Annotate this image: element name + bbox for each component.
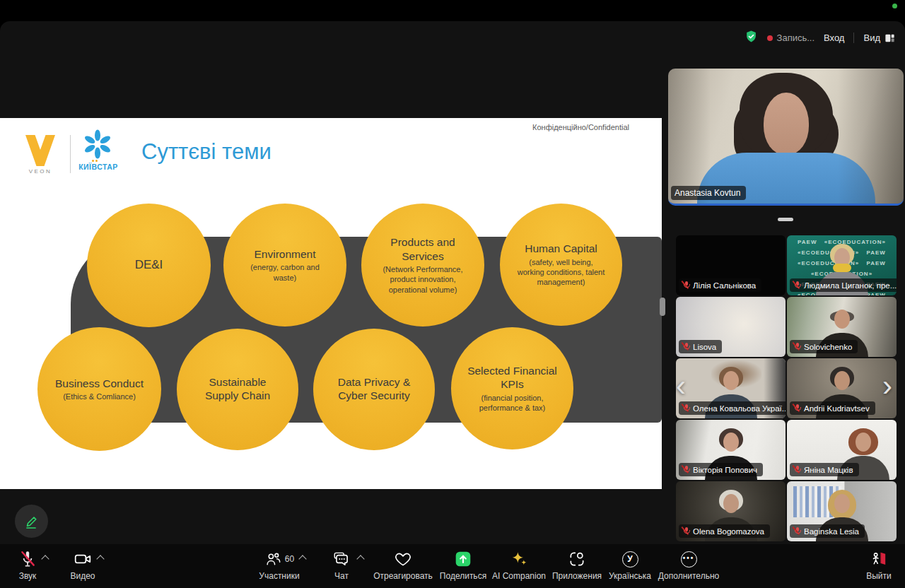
participant-tile[interactable]: Lisova (676, 297, 786, 357)
topic-subtitle (222, 402, 253, 404)
topic-subtitle: (financial position, performance & tax) (451, 392, 573, 413)
topic-title: Sustainable Supply Chain (177, 375, 298, 403)
silhouette (834, 310, 850, 329)
participant-name: Вікторія Попович (693, 466, 757, 474)
muted-mic-icon (793, 404, 801, 413)
topic-subtitle: (Network Performance, product innovation… (361, 263, 484, 295)
ai-companion-button[interactable]: AI Companion (491, 549, 547, 581)
muted-mic-icon (682, 465, 690, 474)
participant-nametag: Яніна Мацків (790, 463, 859, 476)
video-button[interactable]: Видео (62, 549, 103, 581)
interpretation-button[interactable]: У Українська (607, 549, 653, 581)
participants-label: Участники (253, 571, 305, 581)
silhouette (834, 371, 850, 390)
silhouette (764, 93, 809, 155)
participant-tile[interactable]: Olena Bogomazova (676, 481, 786, 541)
apps-button[interactable]: Приложения (550, 549, 604, 581)
participant-tile[interactable]: PAEW «ECOEDUCATION» «ECOEDUCATION» PAEW … (787, 235, 897, 295)
topbar-divider (853, 33, 854, 43)
participant-name: Яніна Мацків (804, 466, 853, 474)
topic-subtitle (358, 402, 390, 404)
silhouette (740, 73, 833, 159)
gallery-next-button[interactable]: › (882, 373, 892, 399)
participant-tile[interactable]: Олена Ковальова Украї... (676, 358, 786, 418)
react-label: Отреагировать (366, 571, 440, 581)
muted-mic-icon (682, 527, 690, 536)
muted-mic-icon (793, 342, 801, 351)
topic-subtitle: (safety, well being, working conditions,… (500, 256, 622, 288)
silhouette (723, 371, 739, 390)
participant-nametag: Andrii Kudriavtsev (790, 401, 875, 415)
participant-nametag: Вікторія Попович (679, 463, 763, 476)
participant-tile[interactable]: Solovichenko (787, 297, 897, 357)
pencil-icon (23, 513, 40, 530)
apps-label: Приложения (550, 571, 604, 581)
silhouette (723, 494, 739, 513)
participant-nametag: Олена Ковальова Украї... (679, 401, 786, 415)
muted-mic-icon (793, 527, 801, 536)
topic-title: Business Conduct (41, 377, 158, 390)
meeting-toolbar: Звук Видео 60 Участники Чат (0, 544, 905, 588)
shared-screen-slide: Конфіденційно/Confidential VEON КИЇВСТАР… (0, 118, 662, 489)
audio-button[interactable]: Звук (7, 549, 48, 581)
leave-label: Выйти (861, 571, 897, 581)
apps-icon (550, 549, 604, 569)
participants-icon (264, 551, 282, 568)
topic-title: Selected Financial KPIs (451, 364, 573, 392)
participant-tile[interactable]: Яніна Мацків (787, 420, 897, 480)
topic-title: Data Privacy & Cyber Security (313, 375, 435, 403)
participant-tile[interactable]: Baginska Lesia (787, 481, 897, 541)
topic-circle-data-privacy: Data Privacy & Cyber Security (313, 329, 435, 450)
react-button[interactable]: Отреагировать (366, 549, 440, 581)
silhouette (833, 264, 851, 272)
topic-title: Environment (240, 247, 329, 261)
kyivstar-logo-icon (82, 129, 113, 160)
participant-name: Solovichenko (804, 343, 852, 351)
recording-label: Запись... (777, 33, 815, 43)
audio-label: Звук (7, 571, 48, 581)
join-button[interactable]: Вход (824, 33, 844, 43)
heart-icon (366, 549, 440, 569)
muted-mic-icon (793, 281, 801, 290)
kyivstar-dots (92, 160, 98, 162)
muted-mic-icon (682, 342, 690, 351)
speaker-nametag: Anastasia Kovtun (671, 186, 746, 200)
participant-tile[interactable]: Andrii Kudriavtsev (787, 358, 897, 418)
zoom-meeting-screen: Запись... Вход Вид Конфіденційно/Confide… (0, 0, 905, 588)
active-speaker-video[interactable]: Anastasia Kovtun (668, 69, 904, 206)
participant-tile[interactable]: Лілія Сальнікова (676, 235, 786, 295)
silhouette (723, 433, 739, 452)
kyivstar-wordmark: КИЇВСТАР (74, 163, 123, 171)
more-button[interactable]: ••• Дополнительно (658, 549, 720, 581)
participant-nametag: Людмила Циганок, пре... (790, 278, 897, 292)
muted-mic-icon (682, 404, 690, 413)
topic-circle-financial-kpis: Selected Financial KPIs (financial posit… (451, 327, 573, 449)
share-button[interactable]: Поделиться (438, 549, 488, 581)
annotate-button[interactable] (15, 505, 48, 538)
topic-circle-business-conduct: Business Conduct (Ethics & Comliance) (37, 327, 161, 451)
leave-button[interactable]: Выйти (861, 549, 897, 581)
participants-count: 60 (285, 554, 294, 564)
participants-gallery: Лілія Сальнікова PAEW «ECOEDUCATION» «EC… (676, 235, 897, 541)
participants-button[interactable]: 60 Участники (253, 549, 305, 581)
participant-tile[interactable]: Вікторія Попович (676, 420, 786, 480)
topic-subtitle: (Ethics & Comliance) (47, 390, 151, 401)
gallery-prev-button[interactable]: ‹ (676, 373, 686, 399)
chat-button[interactable]: Чат (320, 549, 363, 581)
security-shield-icon[interactable] (745, 30, 758, 46)
share-screen-icon (438, 549, 488, 569)
panel-resize-handle[interactable] (660, 298, 665, 316)
topic-title: Products and Services (361, 235, 484, 263)
participant-name: Olena Bogomazova (693, 527, 764, 536)
participant-name: Людмила Циганок, пре... (804, 281, 897, 290)
topic-subtitle: (energy, carbon and waste) (223, 261, 346, 283)
gallery-drag-handle[interactable] (778, 218, 793, 221)
video-label: Видео (62, 571, 103, 581)
topic-circle-environment: Environment (energy, carbon and waste) (223, 204, 346, 327)
participant-name: Baginska Lesia (804, 527, 859, 536)
view-button[interactable]: Вид (863, 33, 895, 43)
recording-indicator: Запись... (767, 33, 815, 43)
topic-circle-supply-chain: Sustainable Supply Chain (177, 329, 298, 450)
chat-label: Чат (320, 571, 363, 581)
more-label: Дополнительно (658, 571, 720, 581)
